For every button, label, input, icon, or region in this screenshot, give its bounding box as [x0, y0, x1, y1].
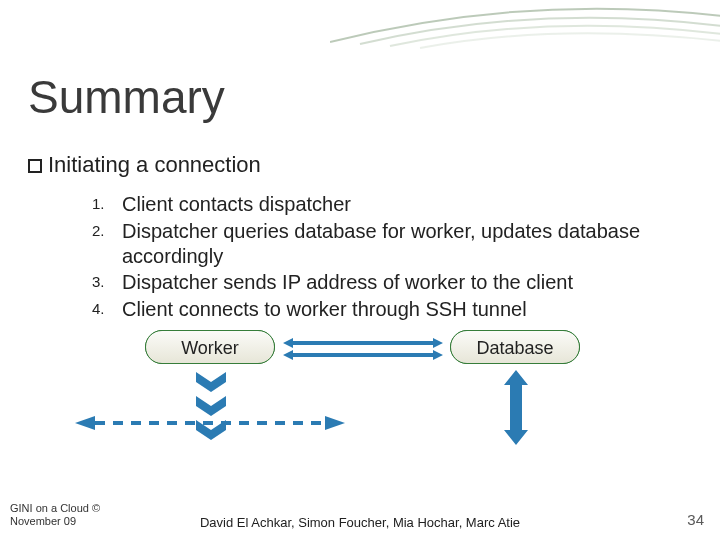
diagram: Client Dispatcher Worker Database: [100, 330, 640, 500]
svg-marker-4: [196, 396, 226, 416]
step-list: 1.Client contacts dispatcher 2.Dispatche…: [92, 192, 668, 324]
square-bullet-icon: [28, 159, 42, 173]
node-worker: Worker: [145, 330, 275, 364]
list-item: 2.Dispatcher queries database for worker…: [92, 219, 668, 269]
svg-marker-2: [504, 370, 528, 445]
decorative-arcs: [330, 0, 720, 57]
svg-marker-7: [75, 416, 95, 430]
arrows-dispatcher-database: [504, 370, 528, 445]
svg-marker-0: [283, 338, 443, 348]
slide: Summary Initiating a connection 1.Client…: [0, 0, 720, 540]
slide-title: Summary: [28, 70, 225, 124]
footer-authors: David El Achkar, Simon Foucher, Mia Hoch…: [0, 515, 720, 530]
node-database: Database: [450, 330, 580, 364]
list-item: 3.Dispatcher sends IP address of worker …: [92, 270, 668, 295]
list-item: 1.Client contacts dispatcher: [92, 192, 668, 217]
arrows-client-dispatcher: [283, 338, 443, 360]
svg-marker-1: [283, 350, 443, 360]
dashed-arrow-worker: [65, 416, 345, 434]
svg-marker-8: [325, 416, 345, 430]
subtitle-text: Initiating a connection: [48, 152, 261, 177]
subtitle: Initiating a connection: [28, 152, 261, 178]
list-item: 4.Client connects to worker through SSH …: [92, 297, 668, 322]
page-number: 34: [687, 511, 704, 528]
svg-marker-3: [196, 372, 226, 392]
